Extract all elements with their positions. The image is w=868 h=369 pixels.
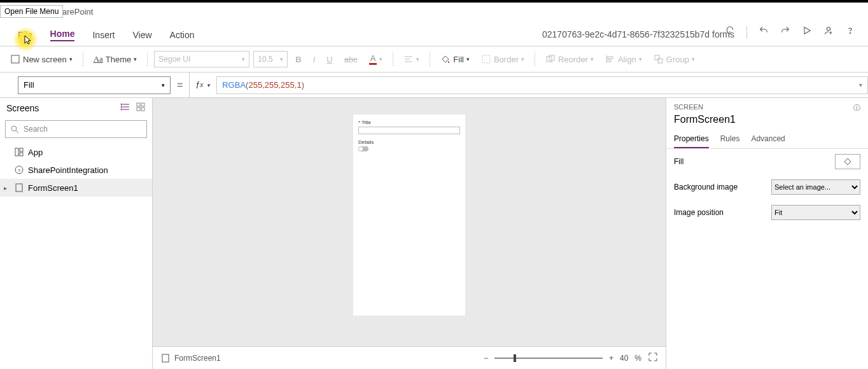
tab-advanced[interactable]: Advanced: [751, 130, 785, 148]
list-view-icon[interactable]: [120, 102, 130, 114]
prop-fill-swatch[interactable]: [835, 154, 860, 169]
tab-properties[interactable]: Properties: [674, 130, 709, 148]
fontsize-select[interactable]: 10.5▾: [253, 51, 288, 67]
svg-rect-2: [11, 55, 19, 63]
theme-button[interactable]: Aa Theme▾: [90, 52, 141, 67]
svg-line-25: [16, 130, 18, 133]
svg-rect-21: [141, 103, 144, 106]
field-title-label: Title: [361, 120, 371, 125]
svg-point-19: [121, 109, 122, 110]
expand-formula-icon[interactable]: ▾: [859, 81, 862, 88]
screen-icon: [160, 353, 171, 363]
breadcrumb[interactable]: arePoint: [62, 7, 93, 17]
property-dropdown[interactable]: Fill▾: [18, 76, 171, 94]
details-toggle[interactable]: [358, 146, 368, 151]
app-checker-icon[interactable]: [725, 25, 735, 39]
canvas-area[interactable]: *Title Details: [153, 98, 666, 346]
share-icon[interactable]: [823, 25, 834, 39]
align-button[interactable]: Align▾: [601, 52, 646, 67]
chevron-right-icon[interactable]: ▸: [4, 184, 7, 191]
prop-bg-select[interactable]: Select an image...: [771, 179, 860, 195]
svg-rect-26: [15, 148, 18, 156]
svg-rect-6: [482, 55, 490, 63]
help-icon[interactable]: [845, 25, 855, 39]
redo-icon[interactable]: [780, 25, 790, 39]
svg-rect-27: [20, 148, 23, 151]
search-input[interactable]: Search: [5, 120, 147, 138]
new-screen-button[interactable]: New screen▾: [6, 52, 76, 67]
equals-label: =: [177, 80, 183, 91]
menu-home[interactable]: Home: [50, 29, 75, 41]
formula-bar: Fill▾ = fx▾ RGBA(255, 255, 255, 1) ▾: [0, 73, 868, 98]
field-details-label: Details: [358, 139, 460, 145]
ribbon: New screen▾ Aa Theme▾ Segoe UI▾ 10.5▾ B …: [0, 46, 868, 73]
menu-action[interactable]: Action: [170, 30, 195, 40]
strike-button[interactable]: abc: [340, 52, 361, 67]
fx-icon[interactable]: fx▾: [189, 73, 216, 97]
fit-icon[interactable]: [648, 352, 658, 364]
svg-rect-28: [20, 153, 23, 156]
svg-point-17: [121, 104, 122, 105]
grid-view-icon[interactable]: [136, 102, 146, 114]
zoom-pct: %: [634, 354, 641, 363]
status-bar: FormScreen1 − + 40 %: [153, 346, 666, 369]
properties-pane: SCREENⓘ FormScreen1 Properties Rules Adv…: [666, 98, 868, 369]
panel-help-icon[interactable]: ⓘ: [853, 103, 860, 113]
info-icon: ?: [14, 165, 24, 175]
group-button[interactable]: Group▾: [650, 52, 699, 67]
svg-point-24: [11, 126, 17, 131]
app-icon: [14, 147, 24, 157]
svg-rect-23: [141, 108, 144, 111]
tree-node-formscreen[interactable]: ▸ FormScreen1: [0, 179, 152, 197]
formula-input[interactable]: RGBA(255, 255, 255, 1) ▾: [216, 76, 868, 94]
border-button[interactable]: Border▾: [477, 52, 528, 67]
svg-point-0: [827, 27, 830, 31]
undo-icon[interactable]: [759, 25, 769, 39]
tree-node-app[interactable]: App: [0, 143, 152, 161]
prop-bg-label: Background image: [674, 183, 738, 191]
text-align-button[interactable]: ▾: [400, 52, 423, 67]
svg-text:?: ?: [18, 168, 21, 174]
svg-rect-13: [658, 59, 662, 63]
svg-rect-20: [137, 103, 140, 106]
font-select[interactable]: Segoe UI▾: [154, 51, 249, 67]
menu-view[interactable]: View: [132, 30, 151, 40]
zoom-value: 40: [620, 354, 628, 363]
prop-fill-label: Fill: [674, 157, 683, 166]
panel-title: FormScreen1: [666, 113, 868, 130]
screen-icon: [14, 183, 24, 193]
prop-pos-label: Image position: [674, 208, 724, 217]
highlight-indicator: [13, 27, 38, 52]
document-name: 02170763-9e2c-4d71-8656-7f3232515b7d for…: [542, 29, 734, 39]
reorder-button[interactable]: Reorder▾: [542, 52, 598, 67]
svg-point-18: [121, 106, 122, 108]
play-icon[interactable]: [802, 25, 812, 39]
svg-rect-10: [608, 57, 613, 59]
italic-button[interactable]: I: [309, 52, 319, 67]
svg-rect-11: [608, 60, 611, 62]
tree-node-sharepoint[interactable]: ? SharePointIntegration: [0, 161, 152, 179]
status-screen-name: FormScreen1: [174, 354, 221, 363]
panel-caption: SCREEN: [674, 103, 703, 113]
svg-rect-12: [655, 55, 659, 60]
screens-header: Screens: [6, 103, 39, 113]
top-actions: [725, 25, 855, 39]
prop-pos-select[interactable]: Fit: [771, 205, 860, 220]
svg-point-1: [850, 32, 850, 33]
tree-view-pane: Screens Search App ? SharePointIntegrati…: [0, 98, 153, 369]
fill-button[interactable]: Fill▾: [437, 52, 473, 67]
zoom-in-button[interactable]: +: [609, 354, 613, 363]
tab-rules[interactable]: Rules: [720, 130, 740, 148]
phone-preview[interactable]: *Title Details: [353, 115, 465, 316]
bold-button[interactable]: B: [291, 52, 305, 67]
svg-rect-22: [137, 108, 140, 111]
svg-rect-31: [16, 184, 22, 191]
underline-button[interactable]: U: [323, 52, 336, 67]
tooltip-open-file: Open File Menu: [0, 5, 63, 18]
field-title-input[interactable]: [358, 127, 460, 134]
svg-rect-32: [162, 354, 169, 362]
fontcolor-button[interactable]: A▾: [365, 51, 387, 67]
zoom-out-button[interactable]: −: [484, 354, 488, 363]
menu-insert[interactable]: Insert: [92, 30, 115, 40]
zoom-slider[interactable]: [494, 358, 603, 359]
